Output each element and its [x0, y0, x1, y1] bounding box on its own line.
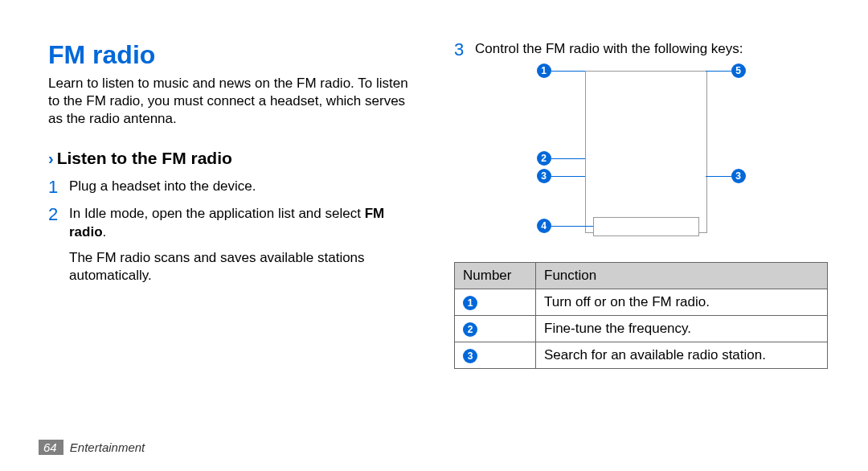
step-number: 3: [454, 40, 475, 59]
leader-line: [551, 158, 585, 159]
table-cell-num: 1: [455, 289, 536, 316]
leader-line: [551, 71, 585, 72]
number-badge: 1: [463, 296, 477, 310]
number-badge: 2: [463, 322, 477, 337]
number-badge: 3: [463, 349, 477, 363]
leader-line: [706, 71, 731, 72]
section-name: Entertainment: [70, 440, 145, 454]
function-table: Number Function 1 Turn off or on the FM …: [454, 262, 828, 369]
table-cell-num: 2: [455, 316, 536, 342]
step-number: 1: [48, 178, 69, 197]
table-cell-func: Search for an available radio station.: [536, 342, 828, 369]
table-cell-func: Fine-tune the frequency.: [536, 316, 828, 342]
callout-badge-2: 2: [537, 151, 551, 166]
step-3: 3 Control the FM radio with the followin…: [454, 40, 828, 59]
device-diagram: 1 5 2 3 3 4: [505, 71, 778, 248]
page-footer: 64 Entertainment: [39, 440, 145, 455]
chevron-right-icon: ›: [48, 149, 54, 167]
step-text-a: In Idle mode, open the application list …: [69, 206, 365, 221]
table-row: 2 Fine-tune the frequency.: [455, 316, 828, 342]
table-header-row: Number Function: [455, 263, 828, 289]
callout-badge-5: 5: [731, 63, 746, 78]
header-number: Number: [455, 263, 536, 289]
intro-text: Learn to listen to music and news on the…: [48, 75, 422, 128]
callout-badge-3: 3: [537, 169, 551, 183]
table-row: 1 Turn off or on the FM radio.: [455, 289, 828, 316]
step-number: 2: [48, 205, 69, 224]
step-1: 1 Plug a headset into the device.: [48, 178, 422, 197]
step-text: Plug a headset into the device.: [69, 178, 256, 195]
leader-line: [551, 176, 585, 177]
table-row: 3 Search for an available radio station.: [455, 342, 828, 369]
section-heading: ›Listen to the FM radio: [48, 149, 422, 168]
page-title: FM radio: [48, 40, 422, 70]
leader-line: [551, 226, 593, 227]
right-column: 3 Control the FM radio with the followin…: [454, 40, 828, 369]
page-number: 64: [39, 440, 63, 455]
step-text-c: .: [103, 224, 107, 240]
step-2: 2 In Idle mode, open the application lis…: [48, 205, 422, 240]
table-cell-num: 3: [455, 342, 536, 369]
step-text: In Idle mode, open the application list …: [69, 205, 422, 240]
callout-badge-1: 1: [537, 63, 551, 78]
callout-badge-3b: 3: [731, 169, 746, 183]
step-text: Control the FM radio with the following …: [475, 40, 743, 58]
device-inner-box: [593, 217, 699, 236]
left-column: FM radio Learn to listen to music and ne…: [48, 40, 422, 369]
section-heading-text: Listen to the FM radio: [57, 149, 232, 167]
leader-line: [706, 176, 731, 177]
device-outline: [585, 71, 707, 233]
header-function: Function: [536, 263, 828, 289]
step-2-sub: The FM radio scans and saves available s…: [69, 249, 422, 285]
callout-badge-4: 4: [537, 219, 551, 233]
table-cell-func: Turn off or on the FM radio.: [536, 289, 828, 316]
